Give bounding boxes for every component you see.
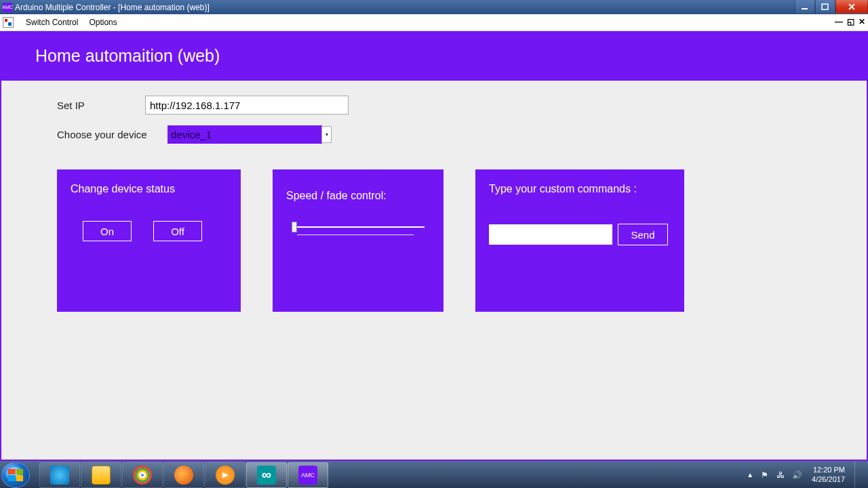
device-selected-value: device_1 [171, 129, 212, 140]
slider-track-line [297, 226, 425, 228]
mdi-minimize-icon[interactable]: — [835, 17, 843, 26]
start-button[interactable] [1, 462, 30, 488]
card-speed-title: Speed / fade control: [286, 190, 430, 202]
amc-icon: AMC [298, 466, 317, 485]
minimize-button[interactable] [795, 0, 815, 14]
page-header: Home automaition (web) [1, 31, 867, 81]
window-title: Arduino Multiple Controller - [Home auto… [15, 3, 210, 12]
taskbar: AMC ▲ ⚑ 🖧 🔊 12:20 PM 4/26/2017 [0, 461, 868, 488]
taskbar-item-ie[interactable] [39, 462, 80, 488]
taskbar-item-explorer[interactable] [81, 462, 121, 488]
svg-rect-0 [802, 8, 808, 9]
close-button[interactable] [835, 0, 868, 14]
ip-label: Set IP [57, 100, 145, 111]
maximize-button[interactable] [815, 0, 835, 14]
flag-icon[interactable]: ⚑ [759, 470, 770, 481]
ie-icon [50, 466, 69, 485]
custom-command-input[interactable] [489, 224, 612, 245]
ip-input[interactable] [145, 96, 349, 115]
page-title: Home automaition (web) [35, 46, 220, 66]
taskbar-item-chrome[interactable] [122, 462, 163, 488]
device-label: Choose your device [57, 129, 167, 140]
clock[interactable]: 12:20 PM 4/26/2017 [812, 466, 845, 485]
taskbar-item-amc[interactable]: AMC [288, 462, 328, 488]
chrome-icon [133, 466, 152, 485]
slider-thumb[interactable] [292, 222, 297, 232]
volume-icon[interactable]: 🔊 [791, 470, 802, 481]
taskbar-item-firefox[interactable] [163, 462, 204, 488]
show-desktop-button[interactable] [854, 462, 863, 489]
card-custom-title: Type your custom commands : [489, 183, 671, 195]
svg-rect-1 [822, 4, 828, 9]
window-titlebar: AMC Arduino Multiple Controller - [Home … [0, 0, 868, 14]
menu-switch-control[interactable]: Switch Control [20, 16, 83, 29]
card-status-title: Change device status [71, 183, 227, 195]
mdi-child-icon [3, 17, 14, 28]
menu-options[interactable]: Options [83, 16, 122, 29]
speed-slider[interactable] [292, 225, 425, 229]
taskbar-item-arduino[interactable] [246, 462, 287, 488]
arduino-icon [257, 466, 276, 485]
mdi-close-icon[interactable]: ✕ [859, 17, 865, 26]
card-custom-commands: Type your custom commands : Send [475, 169, 684, 312]
clock-date: 4/26/2017 [812, 475, 845, 485]
network-icon[interactable]: 🖧 [775, 470, 786, 481]
firefox-icon [174, 466, 193, 485]
system-tray: ▲ ⚑ 🖧 🔊 12:20 PM 4/26/2017 [740, 462, 868, 488]
card-change-status: Change device status On Off [57, 169, 241, 312]
tray-overflow-icon[interactable]: ▲ [747, 471, 753, 479]
slider-tick-line [297, 235, 414, 235]
taskbar-item-mediaplayer[interactable] [205, 462, 245, 488]
mdi-restore-icon[interactable]: ◱ [847, 17, 854, 26]
client-area: Home automaition (web) Set IP Choose you… [0, 31, 868, 461]
app-icon: AMC [3, 3, 12, 12]
chevron-down-icon[interactable]: ▾ [321, 126, 332, 143]
card-speed-fade: Speed / fade control: [273, 169, 443, 312]
explorer-icon [92, 466, 111, 485]
on-button[interactable]: On [83, 221, 132, 241]
mediaplayer-icon [216, 466, 235, 485]
send-button[interactable]: Send [618, 224, 668, 245]
off-button[interactable]: Off [153, 221, 202, 241]
clock-time: 12:20 PM [812, 466, 845, 475]
device-combobox[interactable]: device_1 ▾ [167, 125, 322, 144]
menubar: Switch Control Options — ◱ ✕ [0, 14, 868, 31]
